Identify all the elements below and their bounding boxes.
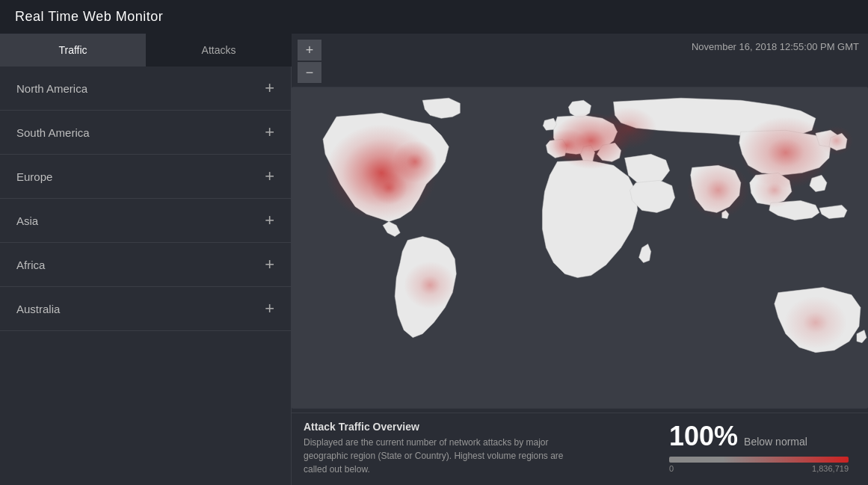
region-label: Australia: [16, 303, 60, 315]
expand-icon: +: [265, 256, 274, 273]
title-bar: Real Time Web Monitor: [0, 0, 868, 34]
sidebar: Traffic Attacks North America + South Am…: [0, 34, 292, 485]
region-item-europe[interactable]: Europe +: [0, 155, 291, 199]
tab-attacks[interactable]: Attacks: [146, 34, 292, 67]
world-map: [292, 83, 868, 413]
svg-point-12: [784, 297, 847, 349]
stat-bar-max: 1,836,719: [812, 464, 849, 473]
stat-bar-min: 0: [669, 464, 674, 473]
region-label: Asia: [16, 214, 38, 227]
region-label: South America: [16, 126, 90, 139]
svg-point-8: [687, 161, 750, 218]
svg-point-4: [370, 171, 407, 204]
stat-bar-labels: 0 1,836,719: [669, 464, 849, 473]
expand-icon: +: [265, 212, 274, 229]
overview-text: Attack Traffic Overview Displayed are th…: [304, 421, 639, 476]
svg-point-10: [820, 126, 853, 155]
svg-point-9: [404, 262, 456, 309]
region-label: Africa: [16, 259, 45, 271]
zoom-in-button[interactable]: +: [298, 40, 321, 61]
expand-icon: +: [265, 124, 274, 140]
map-wrapper: [292, 83, 868, 413]
region-item-north-america[interactable]: North America +: [0, 67, 291, 111]
map-header: + − November 16, 2018 12:55:00 PM GMT: [292, 34, 868, 83]
tabs: Traffic Attacks: [0, 34, 292, 67]
svg-point-11: [754, 172, 795, 208]
region-item-australia[interactable]: Australia +: [0, 287, 291, 331]
svg-point-6: [546, 129, 588, 161]
stat-label: Below normal: [744, 436, 807, 448]
stat-bar-container: 0 1,836,719: [669, 457, 856, 473]
region-label: Europe: [16, 170, 52, 183]
region-item-asia[interactable]: Asia +: [0, 199, 291, 243]
stat-bar-track: [669, 457, 849, 463]
app-title: Real Time Web Monitor: [15, 9, 163, 24]
overview-title: Attack Traffic Overview: [304, 421, 639, 433]
region-item-south-america[interactable]: South America +: [0, 111, 291, 155]
svg-point-13: [600, 107, 657, 149]
stats-panel: 100% Below normal 0 1,836,719: [669, 421, 856, 473]
region-label: North America: [16, 82, 87, 95]
stat-main: 100% Below normal: [669, 421, 807, 452]
map-area[interactable]: [292, 83, 868, 413]
map-panel: + − November 16, 2018 12:55:00 PM GMT: [292, 34, 868, 485]
app-container: Real Time Web Monitor Traffic Attacks No…: [0, 0, 868, 485]
region-list: North America + South America + Europe +…: [0, 67, 292, 485]
region-item-africa[interactable]: Africa +: [0, 243, 291, 287]
timestamp: November 16, 2018 12:55:00 PM GMT: [692, 37, 862, 52]
expand-icon: +: [265, 300, 274, 317]
overview-desc: Displayed are the current number of netw…: [304, 436, 588, 476]
main-content: Traffic Attacks North America + South Am…: [0, 34, 868, 485]
zoom-controls: + −: [298, 40, 321, 83]
tab-traffic[interactable]: Traffic: [0, 34, 146, 67]
expand-icon: +: [265, 80, 274, 96]
stat-percent: 100%: [669, 421, 738, 452]
expand-icon: +: [265, 168, 274, 185]
bottom-panel: Attack Traffic Overview Displayed are th…: [292, 413, 868, 485]
zoom-out-button[interactable]: −: [298, 62, 321, 83]
